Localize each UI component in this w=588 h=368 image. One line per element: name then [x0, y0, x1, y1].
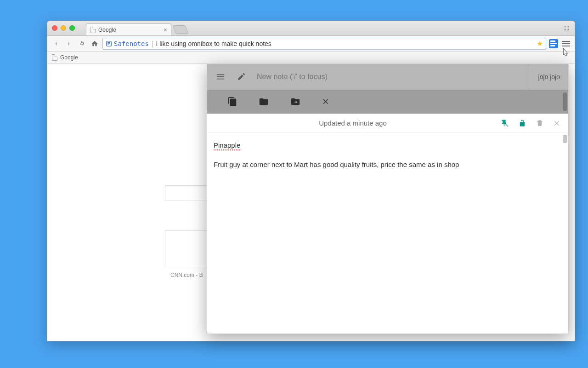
thumbnail-caption: CNN.com - B [170, 272, 203, 278]
omnibox-extension-chip: Safenotes [106, 40, 149, 47]
scrollbar-thumb[interactable] [563, 135, 567, 143]
delete-icon[interactable] [535, 119, 544, 128]
safenotes-popup: jojo jojo Updated a minute ago Pinapple … [207, 63, 569, 334]
new-note-input[interactable] [257, 73, 395, 81]
move-folder-icon[interactable] [290, 97, 301, 107]
close-window-button[interactable] [52, 25, 57, 31]
updated-timestamp: Updated a minute ago [214, 119, 492, 127]
folder-icon[interactable] [259, 97, 269, 107]
close-icon[interactable] [322, 98, 330, 106]
safenotes-extension-icon[interactable] [549, 39, 558, 48]
home-button[interactable] [90, 39, 100, 49]
bookmarks-bar: Google [47, 52, 575, 64]
panel-header: jojo jojo [207, 64, 568, 90]
note-title: Pinapple [214, 141, 240, 150]
hamburger-icon [562, 41, 570, 46]
note-text: Fruit guy at corner next to Mart has goo… [214, 161, 562, 168]
minimize-window-button[interactable] [61, 25, 66, 31]
omnibox[interactable]: Safenotes | I like using omnibox to make… [102, 38, 546, 50]
browser-tab[interactable]: Google × [86, 23, 171, 35]
tab-strip: Google × [47, 21, 575, 36]
unpin-icon[interactable] [500, 119, 509, 128]
bookmark-star-icon[interactable]: ★ [537, 39, 543, 48]
menu-icon[interactable] [215, 72, 226, 82]
maximize-window-button[interactable] [69, 25, 75, 31]
note-status-row: Updated a minute ago [207, 114, 568, 133]
close-note-icon[interactable] [553, 119, 562, 128]
note-icon [106, 40, 112, 47]
page-icon [90, 27, 96, 33]
omnibox-extension-name: Safenotes [114, 40, 149, 47]
forward-button[interactable] [64, 39, 74, 49]
back-button[interactable] [51, 39, 61, 49]
reload-button[interactable] [77, 39, 87, 49]
copy-icon[interactable] [227, 97, 237, 107]
bookmark-item[interactable]: Google [60, 54, 78, 61]
panel-folder-toolbar [207, 90, 568, 114]
scrollbar-thumb[interactable] [563, 92, 567, 111]
window-controls [52, 25, 75, 31]
note-editor[interactable]: Pinapple Fruit guy at corner next to Mar… [207, 133, 568, 334]
unlock-icon[interactable] [518, 119, 527, 128]
cursor-icon [560, 47, 571, 59]
edit-icon[interactable] [237, 72, 246, 81]
tab-title: Google [98, 27, 116, 33]
omnibox-typed-text: I like using omnibox to make quick notes [156, 40, 534, 47]
page-icon [52, 54, 57, 61]
username-label[interactable]: jojo jojo [528, 64, 560, 90]
omnibox-separator: | [152, 40, 153, 47]
fullscreen-icon[interactable] [564, 25, 570, 31]
close-tab-button[interactable]: × [164, 26, 167, 34]
browser-toolbar: Safenotes | I like using omnibox to make… [47, 36, 575, 52]
new-tab-button[interactable] [173, 25, 189, 34]
